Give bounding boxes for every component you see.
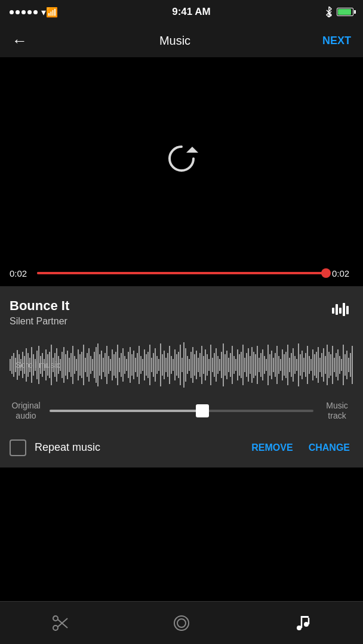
svg-rect-187 — [343, 345, 344, 385]
svg-rect-30 — [61, 352, 63, 378]
svg-rect-91 — [171, 356, 172, 374]
svg-rect-80 — [151, 358, 152, 372]
svg-rect-148 — [273, 358, 274, 372]
eq-bar-1 — [332, 308, 334, 314]
eq-bar-2 — [336, 304, 338, 315]
tab-filter[interactable] — [161, 608, 202, 638]
status-right — [325, 7, 353, 17]
svg-rect-62 — [119, 358, 120, 372]
svg-rect-76 — [144, 349, 145, 380]
svg-rect-130 — [241, 352, 242, 378]
nav-bar: ← Music NEXT — [0, 24, 363, 57]
svg-rect-67 — [128, 352, 129, 378]
next-button[interactable]: NEXT — [322, 35, 351, 47]
svg-rect-37 — [74, 356, 75, 374]
svg-rect-160 — [294, 356, 296, 374]
svg-rect-133 — [246, 353, 247, 377]
svg-rect-191 — [350, 353, 351, 377]
svg-rect-181 — [332, 346, 333, 384]
svg-rect-179 — [328, 352, 330, 378]
svg-rect-176 — [323, 348, 324, 382]
svg-rect-96 — [180, 345, 181, 385]
svg-rect-115 — [214, 353, 215, 377]
svg-rect-68 — [130, 347, 131, 383]
tab-cut[interactable] — [39, 608, 81, 638]
svg-rect-137 — [253, 352, 254, 378]
scissors-icon — [51, 614, 70, 633]
svg-rect-2 — [11, 356, 13, 374]
repeat-label: Repeat music — [35, 441, 239, 454]
svg-point-193 — [53, 616, 58, 621]
svg-rect-89 — [167, 353, 168, 377]
svg-rect-161 — [296, 359, 297, 371]
progress-track[interactable] — [37, 272, 326, 274]
original-audio-label: Originalaudio — [10, 401, 42, 421]
waveform-container[interactable]: Scroll music — [10, 341, 353, 389]
svg-rect-1 — [10, 359, 11, 371]
slider-fill — [50, 410, 202, 412]
svg-rect-103 — [192, 347, 193, 383]
svg-rect-167 — [307, 346, 308, 384]
current-time: 0:02 — [10, 268, 31, 278]
svg-rect-142 — [262, 349, 263, 380]
svg-line-196 — [58, 618, 67, 627]
svg-rect-100 — [187, 356, 188, 374]
svg-rect-3 — [13, 353, 14, 377]
svg-rect-52 — [101, 351, 102, 379]
svg-rect-104 — [194, 354, 195, 376]
volume-slider[interactable] — [50, 410, 313, 412]
progress-thumb[interactable] — [321, 268, 331, 278]
svg-rect-154 — [284, 354, 285, 376]
svg-rect-55 — [106, 346, 107, 384]
music-icon — [293, 614, 312, 633]
svg-rect-120 — [223, 343, 224, 386]
slider-thumb[interactable] — [196, 404, 209, 417]
svg-rect-49 — [96, 347, 97, 383]
svg-rect-143 — [264, 356, 265, 374]
svg-rect-107 — [199, 353, 201, 377]
svg-rect-70 — [133, 351, 134, 379]
svg-rect-82 — [155, 348, 156, 382]
svg-rect-163 — [300, 354, 301, 376]
signal-dots — [10, 10, 38, 14]
repeat-checkbox[interactable] — [10, 439, 26, 456]
eq-bar-3 — [339, 308, 342, 314]
waveform-scroll-label: Scroll music — [16, 360, 60, 370]
equalizer-button[interactable] — [327, 298, 353, 321]
remove-button[interactable]: REMOVE — [248, 438, 296, 458]
svg-rect-101 — [189, 359, 190, 371]
svg-rect-88 — [165, 358, 167, 372]
svg-rect-156 — [287, 345, 288, 385]
svg-rect-132 — [244, 358, 245, 372]
replay-button[interactable] — [162, 140, 201, 178]
svg-rect-71 — [135, 358, 136, 372]
svg-rect-140 — [259, 358, 260, 372]
svg-rect-131 — [242, 345, 244, 385]
svg-rect-145 — [267, 345, 269, 385]
progress-fill — [37, 272, 326, 274]
svg-rect-125 — [232, 346, 233, 384]
svg-rect-31 — [63, 347, 64, 383]
svg-line-195 — [58, 620, 67, 628]
volume-row: Originalaudio Musictrack — [10, 401, 353, 421]
svg-rect-63 — [121, 353, 122, 377]
tab-music[interactable] — [282, 608, 324, 638]
status-bar: ▾📶 9:41 AM — [0, 0, 363, 24]
svg-rect-78 — [147, 352, 149, 378]
svg-rect-44 — [87, 353, 88, 377]
svg-marker-0 — [186, 147, 198, 153]
svg-rect-153 — [282, 349, 283, 380]
svg-rect-38 — [76, 359, 77, 371]
svg-rect-75 — [142, 359, 143, 371]
svg-rect-144 — [266, 359, 267, 371]
svg-point-198 — [177, 619, 186, 627]
svg-rect-169 — [310, 359, 312, 371]
svg-rect-175 — [321, 353, 322, 377]
svg-rect-180 — [330, 354, 331, 376]
change-button[interactable]: CHANGE — [305, 438, 353, 458]
svg-rect-138 — [255, 354, 256, 376]
svg-rect-86 — [162, 354, 163, 376]
back-button[interactable]: ← — [12, 32, 27, 50]
svg-rect-40 — [79, 354, 81, 376]
svg-rect-59 — [113, 354, 115, 376]
